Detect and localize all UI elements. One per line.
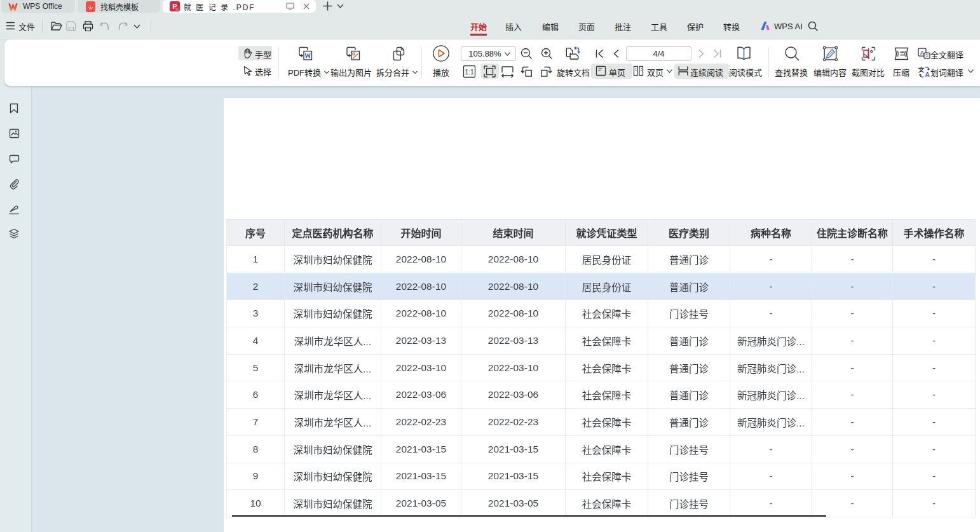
svg-text:A: A <box>925 71 929 78</box>
svg-text:P: P <box>172 3 177 10</box>
svg-text:1:1: 1:1 <box>465 69 474 76</box>
svg-text:文: 文 <box>918 66 925 73</box>
